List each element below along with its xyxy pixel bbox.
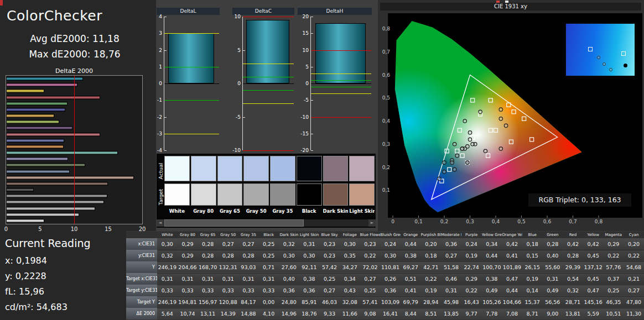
table-cell: 0,31 [258,273,279,285]
page-title: ColorChecker [7,8,102,24]
column-header: Blue [522,232,543,238]
cie-x-tick: 0,2 [440,219,448,224]
y-tick-mark [243,50,245,51]
table-cell: 0,25 [258,250,279,261]
y-tick-label: -3 [157,131,162,137]
table-cell: 0,47 [583,285,604,296]
table-cell: 0,32 [279,238,299,250]
de-bar-white [6,219,44,223]
table-cell: 0,32 [157,250,178,261]
table-cell: 22,74 [461,261,482,273]
column-header: Orange [401,232,421,238]
swatch-target-black [297,183,322,206]
table-cell: 4,10 [258,308,279,319]
measured-point [471,143,474,146]
deltaH-chart: DeltaH 20151050-5-10-15-20 [298,8,372,152]
table-cell: 0,25 [319,273,340,285]
deltaL-chart-title: DeltaL [157,8,220,15]
threshold-line-green [20,76,20,224]
table-cell: 168,70 [198,261,218,273]
table-cell: 0,28 [218,250,238,261]
table-cell: 0,19 [461,250,482,261]
table-cell: 0,27 [238,238,259,250]
cie-zoom-inset [565,23,635,76]
table-cell: 24,80 [279,296,299,308]
column-header: Bluish Green [380,232,401,238]
y-tick-label: -15 [298,131,309,137]
inset-measured-circle [597,56,600,59]
table-cell: 57,41 [360,296,381,308]
table-cell: 13,85 [441,308,461,319]
table-cell: 132,31 [218,261,238,273]
actual-row-label: Actual [158,159,164,184]
row-label: y:CIE31 [126,250,157,261]
measured-point [443,161,446,164]
swatch-comparison-panel: Actual Target WhiteGray 80Gray 65Gray 50… [157,154,376,228]
measured-point [484,149,487,153]
deltaC-bar [246,20,289,83]
measured-point [468,138,471,141]
column-header: Magenta [603,232,624,238]
table-cell: 56,56 [542,296,563,308]
table-cell: 34,27 [340,261,360,273]
swatch-actual-gray-80 [191,156,216,181]
measured-point [460,147,464,150]
table-cell: 104,66 [502,296,522,308]
column-header: Gray 80 [178,232,198,238]
y-tick-label: 3 [157,30,162,36]
column-header: Red [563,232,583,238]
y-tick-label: 0 [298,81,309,86]
row-label: Y [126,261,157,273]
scrollbar-right-arrow-icon[interactable]: ► [368,219,376,227]
swatch-scrollbar[interactable]: ◄ ► [157,219,376,227]
table-cell: 9,33 [319,308,340,319]
y-tick-label: -10 [298,114,309,120]
table-cell: 0,20 [624,238,644,250]
table-cell: 0,22 [624,250,644,261]
deltaC-chart-title: DeltaC [232,8,294,15]
scrollbar-thumb[interactable] [164,219,304,227]
scrollbar-left-arrow-icon[interactable]: ◄ [157,219,164,227]
column-header: Cyan [624,232,644,238]
measured-point [466,161,469,164]
cie-x-tick: 0,8 [595,219,603,224]
table-cell: 8,44 [401,308,421,319]
current-reading-title: Current Reading [5,237,91,249]
current-reading-line: x: 0,1984 [5,255,47,266]
table-cell: 0,23 [360,238,381,250]
measured-point [455,154,459,157]
deltae-chart-title: DeltaE 2000 [6,67,143,75]
de-bar-purplish-blue [6,139,64,143]
zero-line [164,83,219,84]
table-cell: 246,19 [157,296,178,308]
table-cell: 0,40 [279,273,299,285]
y-tick-label: 0 [157,81,162,86]
current-reading-line: cd/m²: 54,683 [5,302,67,312]
y-tick-label: -10 [232,148,241,153]
table-cell: 0,49 [482,285,502,296]
y-tick-label: 5 [232,48,241,53]
y-tick-label: -5 [232,114,241,120]
swatch-label: Gray 65 [217,208,243,215]
column-header: Gray 50 [218,232,238,238]
table-cell: 0,31 [299,238,320,250]
swatch-target-white [164,183,190,206]
row-label: Target y:CIE31 [126,285,157,296]
column-header: Gray 35 [238,232,259,238]
table-cell: 55,60 [542,261,563,273]
de-bar-blue-sky [6,170,70,174]
table-cell: 46,35 [603,296,624,308]
table-cell: 0,29 [178,238,198,250]
table-cell: 0,28 [563,250,583,261]
cie-x-tick: 0,4 [492,219,500,224]
y-tick-label: 1 [157,64,162,70]
table-cell: 14,39 [218,308,238,319]
table-row: Target y:CIE310,330,330,330,330,330,330,… [126,285,644,296]
column-header: Black [258,232,279,238]
table-cell: 57,76 [603,261,624,273]
table-cell: 47,80 [624,296,644,308]
cie-y-tick: 0,3 [382,141,390,147]
table-cell: 0,33 [258,285,279,296]
measured-point [463,119,466,123]
table-cell: 18,76 [299,308,320,319]
